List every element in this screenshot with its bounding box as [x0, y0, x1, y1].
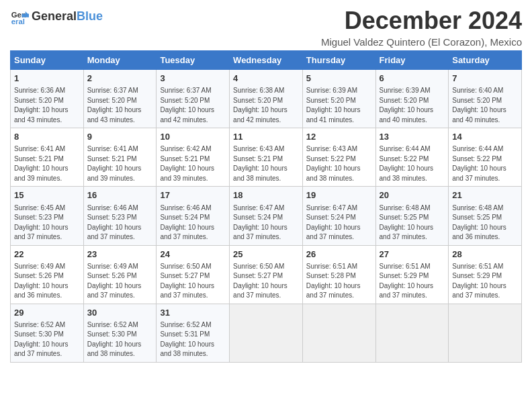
calendar-cell: 26Sunrise: 6:51 AMSunset: 5:28 PMDayligh… [302, 245, 375, 304]
calendar-cell: 21Sunrise: 6:48 AMSunset: 5:25 PMDayligh… [449, 187, 522, 245]
header: Gen eral GeneralBlue December 2024 Migue… [10, 7, 522, 48]
logo-general: General [32, 9, 77, 23]
day-number: 7 [452, 73, 518, 85]
calendar-cell: 3Sunrise: 6:37 AMSunset: 5:20 PMDaylight… [157, 70, 230, 128]
day-number: 15 [14, 189, 80, 201]
calendar-cell: 10Sunrise: 6:42 AMSunset: 5:21 PMDayligh… [157, 128, 230, 187]
day-number: 21 [452, 189, 518, 201]
calendar-cell [230, 304, 303, 362]
calendar-cell: 14Sunrise: 6:44 AMSunset: 5:22 PMDayligh… [449, 128, 522, 187]
svg-marker-3 [22, 14, 30, 17]
day-number: 3 [160, 73, 226, 85]
calendar-cell: 17Sunrise: 6:46 AMSunset: 5:24 PMDayligh… [157, 187, 230, 245]
logo-icon: Gen eral [10, 7, 29, 26]
calendar-cell: 6Sunrise: 6:39 AMSunset: 5:20 PMDaylight… [375, 70, 449, 128]
day-number: 31 [160, 307, 226, 319]
column-header-friday: Friday [375, 51, 449, 70]
day-number: 12 [306, 131, 372, 143]
day-info: Sunrise: 6:47 AMSunset: 5:24 PMDaylight:… [306, 203, 372, 242]
calendar-cell: 2Sunrise: 6:37 AMSunset: 5:20 PMDaylight… [83, 70, 157, 128]
location-title: Miguel Valdez Quintero (El Corazon), Mex… [321, 36, 522, 48]
day-number: 10 [160, 131, 226, 143]
calendar-week-row: 8Sunrise: 6:41 AMSunset: 5:21 PMDaylight… [11, 128, 522, 187]
calendar-week-row: 22Sunrise: 6:49 AMSunset: 5:26 PMDayligh… [11, 245, 522, 304]
day-number: 26 [306, 248, 372, 261]
calendar-cell: 13Sunrise: 6:44 AMSunset: 5:22 PMDayligh… [375, 128, 449, 187]
day-info: Sunrise: 6:38 AMSunset: 5:20 PMDaylight:… [233, 86, 299, 125]
day-number: 2 [87, 73, 153, 85]
month-title: December 2024 [321, 7, 522, 35]
day-info: Sunrise: 6:36 AMSunset: 5:20 PMDaylight:… [14, 86, 80, 125]
calendar-cell: 25Sunrise: 6:50 AMSunset: 5:27 PMDayligh… [230, 245, 303, 304]
calendar-cell: 20Sunrise: 6:48 AMSunset: 5:25 PMDayligh… [375, 187, 449, 245]
day-info: Sunrise: 6:52 AMSunset: 5:31 PMDaylight:… [160, 320, 226, 359]
calendar-cell: 16Sunrise: 6:46 AMSunset: 5:23 PMDayligh… [83, 187, 157, 245]
calendar-cell: 11Sunrise: 6:43 AMSunset: 5:21 PMDayligh… [230, 128, 303, 187]
day-info: Sunrise: 6:48 AMSunset: 5:25 PMDaylight:… [380, 203, 445, 242]
calendar-cell: 30Sunrise: 6:52 AMSunset: 5:30 PMDayligh… [83, 304, 157, 362]
calendar-cell: 23Sunrise: 6:49 AMSunset: 5:26 PMDayligh… [83, 245, 157, 304]
day-info: Sunrise: 6:51 AMSunset: 5:29 PMDaylight:… [380, 262, 445, 301]
day-info: Sunrise: 6:39 AMSunset: 5:20 PMDaylight:… [380, 86, 445, 125]
column-header-monday: Monday [83, 51, 157, 70]
svg-text:eral: eral [11, 17, 25, 26]
calendar-cell: 12Sunrise: 6:43 AMSunset: 5:22 PMDayligh… [302, 128, 375, 187]
calendar-week-row: 1Sunrise: 6:36 AMSunset: 5:20 PMDaylight… [11, 70, 522, 128]
day-info: Sunrise: 6:43 AMSunset: 5:22 PMDaylight:… [306, 144, 372, 183]
calendar-cell: 8Sunrise: 6:41 AMSunset: 5:21 PMDaylight… [11, 128, 84, 187]
day-number: 29 [14, 307, 80, 319]
day-number: 30 [87, 307, 153, 319]
day-info: Sunrise: 6:49 AMSunset: 5:26 PMDaylight:… [14, 262, 80, 301]
day-number: 4 [233, 73, 299, 85]
day-number: 5 [306, 73, 372, 85]
day-number: 27 [380, 248, 445, 261]
day-number: 1 [14, 73, 80, 85]
day-info: Sunrise: 6:40 AMSunset: 5:20 PMDaylight:… [452, 86, 518, 125]
calendar-cell: 27Sunrise: 6:51 AMSunset: 5:29 PMDayligh… [375, 245, 449, 304]
logo-text: GeneralBlue [32, 10, 103, 22]
calendar-cell: 22Sunrise: 6:49 AMSunset: 5:26 PMDayligh… [11, 245, 84, 304]
calendar-cell: 24Sunrise: 6:50 AMSunset: 5:27 PMDayligh… [157, 245, 230, 304]
day-number: 16 [87, 189, 153, 201]
day-number: 8 [14, 131, 80, 143]
calendar-cell: 7Sunrise: 6:40 AMSunset: 5:20 PMDaylight… [449, 70, 522, 128]
day-info: Sunrise: 6:52 AMSunset: 5:30 PMDaylight:… [14, 320, 80, 359]
day-info: Sunrise: 6:44 AMSunset: 5:22 PMDaylight:… [380, 144, 445, 183]
day-info: Sunrise: 6:45 AMSunset: 5:23 PMDaylight:… [14, 203, 80, 242]
day-number: 6 [380, 73, 445, 85]
column-header-sunday: Sunday [11, 51, 84, 70]
day-info: Sunrise: 6:37 AMSunset: 5:20 PMDaylight:… [160, 86, 226, 125]
day-info: Sunrise: 6:41 AMSunset: 5:21 PMDaylight:… [14, 144, 80, 183]
calendar-week-row: 29Sunrise: 6:52 AMSunset: 5:30 PMDayligh… [11, 304, 522, 362]
day-info: Sunrise: 6:44 AMSunset: 5:22 PMDaylight:… [452, 144, 518, 183]
calendar-cell: 31Sunrise: 6:52 AMSunset: 5:31 PMDayligh… [157, 304, 230, 362]
calendar-cell: 5Sunrise: 6:39 AMSunset: 5:20 PMDaylight… [302, 70, 375, 128]
day-number: 17 [160, 189, 226, 201]
day-number: 9 [87, 131, 153, 143]
day-info: Sunrise: 6:39 AMSunset: 5:20 PMDaylight:… [306, 86, 372, 125]
day-info: Sunrise: 6:48 AMSunset: 5:25 PMDaylight:… [452, 203, 518, 242]
calendar-cell: 28Sunrise: 6:51 AMSunset: 5:29 PMDayligh… [449, 245, 522, 304]
day-info: Sunrise: 6:47 AMSunset: 5:24 PMDaylight:… [233, 203, 299, 242]
day-number: 22 [14, 248, 80, 261]
calendar-cell: 9Sunrise: 6:41 AMSunset: 5:21 PMDaylight… [83, 128, 157, 187]
logo: Gen eral GeneralBlue [10, 7, 103, 26]
calendar-week-row: 15Sunrise: 6:45 AMSunset: 5:23 PMDayligh… [11, 187, 522, 245]
column-header-thursday: Thursday [302, 51, 375, 70]
calendar-header-row: SundayMondayTuesdayWednesdayThursdayFrid… [11, 51, 522, 70]
calendar-cell: 29Sunrise: 6:52 AMSunset: 5:30 PMDayligh… [11, 304, 84, 362]
logo-blue: Blue [77, 9, 103, 23]
page: Gen eral GeneralBlue December 2024 Migue… [0, 0, 532, 369]
column-header-saturday: Saturday [449, 51, 522, 70]
calendar-cell: 1Sunrise: 6:36 AMSunset: 5:20 PMDaylight… [11, 70, 84, 128]
day-number: 18 [233, 189, 299, 201]
calendar-table: SundayMondayTuesdayWednesdayThursdayFrid… [10, 50, 522, 363]
day-number: 25 [233, 248, 299, 261]
day-number: 20 [380, 189, 445, 201]
day-number: 24 [160, 248, 226, 261]
day-info: Sunrise: 6:41 AMSunset: 5:21 PMDaylight:… [87, 144, 153, 183]
day-info: Sunrise: 6:42 AMSunset: 5:21 PMDaylight:… [160, 144, 226, 183]
day-info: Sunrise: 6:46 AMSunset: 5:24 PMDaylight:… [160, 203, 226, 242]
day-info: Sunrise: 6:43 AMSunset: 5:21 PMDaylight:… [233, 144, 299, 183]
day-info: Sunrise: 6:51 AMSunset: 5:29 PMDaylight:… [452, 262, 518, 301]
